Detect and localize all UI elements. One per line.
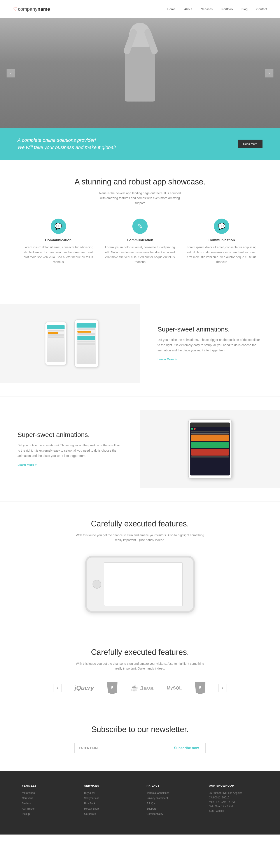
feature-icon-3: 💬 — [214, 219, 229, 234]
anim-section-2: Super-sweet animations. Did you notice t… — [0, 396, 280, 502]
nav-link-about[interactable]: About — [184, 7, 192, 11]
footer-link-repair[interactable]: Repair Shop — [84, 807, 99, 810]
footer-links-vehicles: Motorbikes Caravans Sedans 4x4 Trucks Pi… — [22, 791, 71, 816]
features-description-2: With this loupe you get the chance to st… — [74, 661, 206, 671]
footer-link-support[interactable]: Support — [147, 807, 156, 810]
footer-link-motorbikes[interactable]: Motorbikes — [22, 792, 35, 795]
footer-link-trucks[interactable]: 4x4 Trucks — [22, 807, 35, 810]
phone-power-button — [193, 580, 195, 589]
footer: VEHICLES Motorbikes Caravans Sedans 4x4 … — [0, 771, 280, 835]
java-logo: ☕ Java — [131, 684, 154, 692]
footer-heading-services: SERVICES — [84, 784, 133, 787]
anim-content-1: Super-sweet animations. Did you notice t… — [140, 317, 280, 370]
features-section-1: Carefully executed features. With this l… — [0, 502, 280, 634]
footer-col-vehicles: VEHICLES Motorbikes Caravans Sedans 4x4 … — [22, 784, 71, 817]
footer-col-services: SERVICES Buy a car Sell your car Buy Bac… — [84, 784, 133, 817]
html5-logo-1: 5 — [107, 682, 118, 694]
feature-text-3: Lorem ipsum dolor sit amet, consecte tur… — [185, 245, 258, 265]
newsletter-subscribe-button[interactable]: Subscribe now — [167, 743, 206, 753]
learn-more-link-2[interactable]: Learn More > — [18, 463, 37, 466]
learn-more-link-1[interactable]: Learn More > — [157, 358, 177, 361]
hero-section: ‹ › — [0, 19, 280, 128]
features-title-1: Carefully executed features. — [22, 519, 258, 528]
slider-next-button[interactable]: › — [219, 684, 226, 692]
feature-icon-2: ✎ — [132, 219, 148, 234]
html5-logo-2: 5 — [195, 682, 206, 694]
mysql-logo: MySQL — [167, 685, 182, 690]
footer-col-privacy: PRIVACY Terms & Conditions Privacy State… — [147, 784, 196, 817]
navbar: ♡ company name Home About Services Portf… — [0, 0, 280, 19]
features-title-2: Carefully executed features. — [22, 648, 258, 657]
footer-address: 25 Sunset Blvd, Los Angeles — [209, 791, 258, 795]
footer-link-pickup[interactable]: Pickup — [22, 812, 30, 815]
footer-link-sell-car[interactable]: Sell your car — [84, 797, 99, 800]
feature-item-2: ✎ Communication Lorem ipsum dolor sit am… — [103, 219, 176, 278]
showcase-title: A stunning and robust app showcase. — [22, 177, 258, 186]
feature-title-3: Communication — [185, 238, 258, 242]
cta-text: A complete online solutions provider! We… — [18, 136, 116, 151]
tablet-mock — [188, 420, 232, 478]
newsletter-section: Subscribe to our newsletter. Subscribe n… — [0, 707, 280, 771]
footer-link-faq[interactable]: F.A.Q.s — [147, 802, 155, 805]
footer-link-buyback[interactable]: Buy Back — [84, 802, 95, 805]
cta-read-more-button[interactable]: Read More — [238, 140, 262, 148]
footer-col-showroom: OUR SHOWROOM 25 Sunset Blvd, Los Angeles… — [209, 784, 258, 817]
anim-description-1: Did you notice the animations? Those tri… — [157, 337, 262, 353]
slider-prev-button[interactable]: ‹ — [54, 684, 61, 692]
features-grid: 💬 Communication Lorem ipsum dolor sit am… — [22, 219, 258, 278]
feature-text-2: Lorem ipsum dolor sit amet, consecte tur… — [103, 245, 176, 265]
nav-links: Home About Services Portfolio Blog Conta… — [167, 7, 267, 11]
footer-hours-1: Mon - Fri: 9AM - 7 PM — [209, 800, 258, 804]
newsletter-form: Subscribe now — [74, 743, 206, 753]
feature-title-1: Communication — [22, 238, 95, 242]
footer-links-privacy: Terms & Conditions Privacy Statement F.A… — [147, 791, 196, 816]
footer-link-caravans[interactable]: Caravans — [22, 797, 33, 800]
newsletter-email-input[interactable] — [74, 743, 167, 753]
phone-landscape-screen — [104, 562, 183, 606]
footer-grid: VEHICLES Motorbikes Caravans Sedans 4x4 … — [22, 784, 258, 817]
logo[interactable]: ♡ company name — [13, 6, 50, 12]
phone-front — [74, 319, 98, 368]
anim-section-1: Super-sweet animations. Did you notice t… — [0, 291, 280, 396]
anim-description-2: Did you notice the animations? Those tri… — [18, 443, 123, 458]
logo-name-text: name — [37, 6, 50, 12]
footer-city: CA 90011, 90016 — [209, 795, 258, 800]
features-description-1: With this loupe you get the chance to st… — [74, 533, 206, 542]
phone-back — [45, 322, 67, 365]
footer-link-corporate[interactable]: Corporate — [84, 812, 96, 815]
nav-link-home[interactable]: Home — [167, 7, 176, 11]
nav-link-contact[interactable]: Contact — [256, 7, 267, 11]
phone-home-button — [93, 580, 101, 589]
footer-link-privacy[interactable]: Privacy Statement — [147, 797, 168, 800]
anim-title-1: Super-sweet animations. — [157, 326, 262, 333]
footer-link-terms[interactable]: Terms & Conditions — [147, 792, 169, 795]
logo-heart-icon: ♡ — [13, 6, 18, 12]
feature-item-3: 💬 Communication Lorem ipsum dolor sit am… — [185, 219, 258, 278]
footer-heading-vehicles: VEHICLES — [22, 784, 71, 787]
anim-title-2: Super-sweet animations. — [18, 431, 123, 438]
hero-next-button[interactable]: › — [265, 69, 274, 78]
feature-text-1: Lorem ipsum dolor sit amet, consecte tur… — [22, 245, 95, 265]
hero-prev-button[interactable]: ‹ — [6, 69, 15, 78]
app-showcase-section: A stunning and robust app showcase. Neue… — [0, 160, 280, 291]
footer-links-services: Buy a car Sell your car Buy Back Repair … — [84, 791, 133, 816]
footer-hours-3: Sun - Closed — [209, 809, 258, 813]
anim-phones-1 — [0, 304, 140, 383]
feature-item-1: 💬 Communication Lorem ipsum dolor sit am… — [22, 219, 95, 278]
tech-logos-slider: ‹ jQuery 5 ☕ Java MySQL 5 › — [22, 682, 258, 694]
nav-link-services[interactable]: Services — [201, 7, 213, 11]
logo-company-text: company — [18, 6, 37, 12]
phone-landscape — [85, 556, 195, 613]
footer-link-confidentiality[interactable]: Confidentiality — [147, 812, 163, 815]
showcase-description: Neue is the newest app landing page out … — [96, 191, 184, 206]
nav-link-portfolio[interactable]: Portfolio — [221, 7, 232, 11]
cta-line1: A complete online solutions provider! — [18, 136, 116, 144]
jquery-logo: jQuery — [74, 684, 94, 691]
newsletter-title: Subscribe to our newsletter. — [22, 725, 258, 734]
footer-link-sedans[interactable]: Sedans — [22, 802, 31, 805]
cta-banner: A complete online solutions provider! We… — [0, 128, 280, 160]
anim-content-2: Super-sweet animations. Did you notice t… — [0, 422, 140, 475]
footer-link-buy-car[interactable]: Buy a car — [84, 792, 95, 795]
cta-line2: We will take your business and make it g… — [18, 144, 116, 151]
nav-link-blog[interactable]: Blog — [242, 7, 248, 11]
